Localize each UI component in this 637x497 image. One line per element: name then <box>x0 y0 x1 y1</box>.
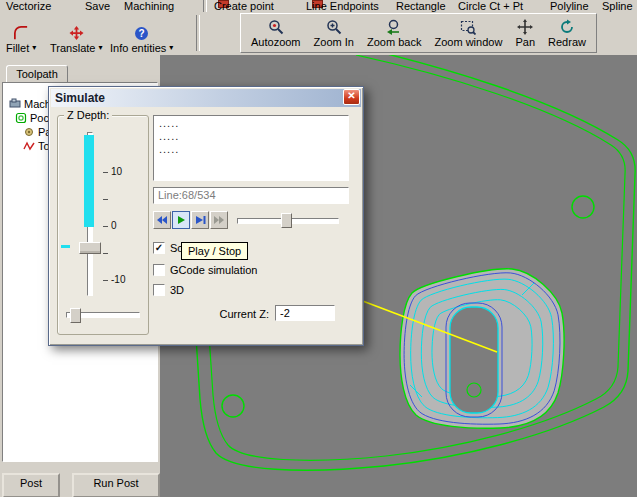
menu-save[interactable]: Save <box>85 0 110 12</box>
speed-slider-thumb[interactable] <box>281 213 292 228</box>
step-forward-button[interactable] <box>191 211 209 229</box>
fillet-button[interactable]: Fillet ▾ <box>2 13 40 55</box>
fast-forward-button[interactable] <box>210 211 228 229</box>
line-counter-field[interactable]: Line:68/534 <box>153 187 349 204</box>
z-tick-label-0: 0 <box>111 221 137 231</box>
main-toolbar: Fillet ▾ Translate ▾ ? Info entities ▾ <box>0 12 637 56</box>
machining-icon <box>9 98 21 110</box>
rewind-icon <box>156 215 168 225</box>
z-tick <box>103 226 108 227</box>
post-button[interactable]: Post <box>2 473 60 497</box>
menu-machining[interactable]: Machining <box>124 0 174 12</box>
parameters-icon <box>23 126 35 138</box>
z-tick-label-neg10: -10 <box>111 275 137 285</box>
z-current-indicator <box>61 245 70 248</box>
bolt-hole <box>572 196 594 218</box>
zoom-in-label: Zoom In <box>314 36 354 48</box>
dialog-title: Simulate <box>55 91 105 105</box>
redraw-icon <box>559 19 575 35</box>
fillet-label: Fillet <box>6 42 29 54</box>
autozoom-label: Autozoom <box>251 36 301 48</box>
menu-circle-ct-pt[interactable]: Circle Ct + Pt <box>458 0 523 12</box>
pan-button[interactable]: Pan <box>511 14 539 52</box>
menu-spline[interactable]: Spline <box>602 0 633 12</box>
redraw-button[interactable]: Redraw <box>544 14 590 52</box>
gcode-simulation-label: GCode simulation <box>170 264 257 276</box>
menu-line-endpoints[interactable]: Line Endpoints <box>306 0 379 12</box>
toolbar-separator <box>196 15 200 51</box>
step-forward-icon <box>195 215 206 225</box>
menu-rectangle[interactable]: Rectangle <box>396 0 446 12</box>
3d-checkbox-label: 3D <box>170 284 184 296</box>
log-line: ..... <box>159 130 343 143</box>
translate-label: Translate <box>50 42 95 54</box>
z-tick <box>103 253 108 254</box>
pocket-icon <box>15 112 27 124</box>
translate-icon <box>69 26 84 40</box>
toolpath-icon <box>23 140 35 152</box>
bolt-hole <box>222 395 244 417</box>
fillet-icon <box>13 26 29 40</box>
toolbar-separator <box>203 0 207 12</box>
gcode-simulation-checkbox-row[interactable]: GCode simulation <box>153 263 257 277</box>
log-line: ..... <box>159 143 343 156</box>
zoom-toolbar: Autozoom Zoom In Zoom back Zo <box>240 13 597 53</box>
info-entities-button[interactable]: ? Info entities ▾ <box>106 13 177 55</box>
chevron-down-icon[interactable]: ▾ <box>98 44 102 52</box>
log-line: ..... <box>159 117 343 130</box>
z-tick <box>103 199 108 200</box>
autozoom-button[interactable]: Autozoom <box>247 14 305 52</box>
gcode-simulation-checkbox[interactable] <box>153 264 165 276</box>
zoom-back-label: Zoom back <box>367 36 421 48</box>
z-tick <box>103 172 108 173</box>
rewind-button[interactable] <box>153 211 171 229</box>
play-stop-tooltip: Play / Stop <box>181 242 248 260</box>
gcode-log[interactable]: ..... ..... ..... <box>153 115 349 181</box>
3d-checkbox-row[interactable]: 3D <box>153 283 184 297</box>
pan-icon <box>517 19 533 35</box>
dialog-titlebar[interactable]: Simulate <box>51 89 361 107</box>
translate-button[interactable]: Translate ▾ <box>46 13 106 55</box>
zoom-window-icon <box>460 19 476 35</box>
z-tick <box>103 280 108 281</box>
chevron-down-icon[interactable]: ▾ <box>32 44 36 52</box>
menu-toolbar: Vectorize Save Machining Create point Li… <box>0 0 637 12</box>
zoom-back-icon <box>386 19 402 35</box>
play-icon <box>176 215 186 225</box>
zoom-in-button[interactable]: Zoom In <box>310 14 358 52</box>
zoom-window-button[interactable]: Zoom window <box>431 14 507 52</box>
current-z-field[interactable]: -2 <box>275 305 335 321</box>
zoom-in-icon <box>326 19 342 35</box>
redraw-label: Redraw <box>548 36 586 48</box>
info-icon: ? <box>135 27 148 40</box>
run-post-button[interactable]: Run Post <box>72 473 160 497</box>
z-depth-fill <box>84 135 94 227</box>
simulate-dialog: Simulate ✕ Z Depth: 10 0 -10 ..... .....… <box>48 86 364 346</box>
z-speed-slider-thumb[interactable] <box>70 308 81 323</box>
chevron-down-icon[interactable]: ▾ <box>169 44 173 52</box>
info-entities-label: Info entities <box>110 42 166 54</box>
3d-checkbox[interactable] <box>153 284 165 296</box>
fast-forward-icon <box>213 215 225 225</box>
autozoom-icon <box>268 19 284 35</box>
z-depth-group: Z Depth: 10 0 -10 <box>57 115 149 335</box>
menu-create-point[interactable]: Create point <box>214 0 274 12</box>
close-icon[interactable]: ✕ <box>343 89 360 105</box>
menu-vectorize[interactable]: Vectorize <box>6 0 51 12</box>
menu-polyline[interactable]: Polyline <box>550 0 589 12</box>
z-depth-label: Z Depth: <box>64 109 112 121</box>
solid-checkbox[interactable]: ✓ <box>153 242 165 254</box>
z-depth-slider-thumb[interactable] <box>79 242 101 254</box>
z-tick-label-10: 10 <box>111 167 137 177</box>
zoom-window-label: Zoom window <box>435 36 503 48</box>
current-z-label: Current Z: <box>179 308 269 320</box>
play-button[interactable] <box>172 211 190 229</box>
pan-label: Pan <box>515 36 535 48</box>
zoom-back-button[interactable]: Zoom back <box>363 14 425 52</box>
